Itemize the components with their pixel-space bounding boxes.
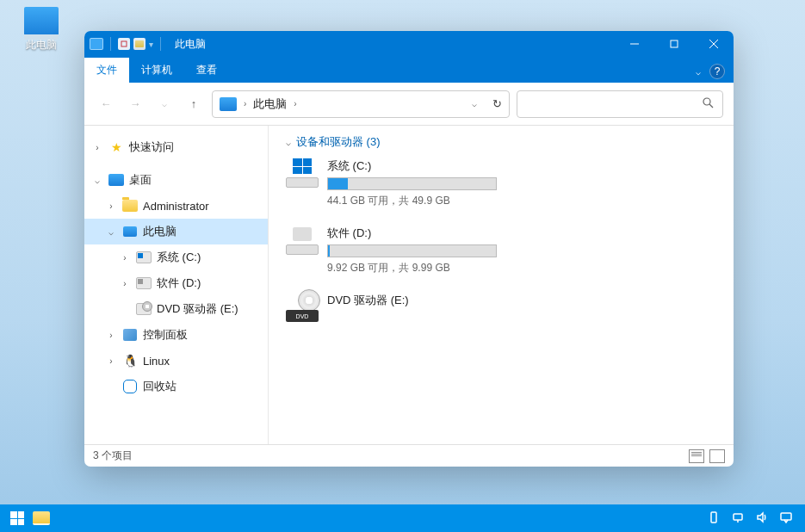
qat-dropdown[interactable]: ▾ (149, 40, 153, 49)
address-bar[interactable]: › 此电脑 › ⌵ ↻ (212, 90, 510, 118)
drive-item-c[interactable]: 系统 (C:) 44.1 GB 可用，共 49.9 GB (286, 158, 497, 208)
computer-icon (123, 226, 137, 237)
drive-usage-bar (327, 244, 497, 257)
section-header-label: 设备和驱动器 (3) (296, 134, 381, 150)
tray-action-center-icon[interactable] (779, 510, 793, 527)
start-button[interactable] (7, 508, 28, 529)
folder-icon (33, 511, 50, 525)
recycle-bin-icon (123, 380, 137, 393)
dvd-drive-icon: DVD (286, 293, 319, 322)
help-button[interactable]: ? (709, 64, 725, 79)
breadcrumb-separator: › (244, 99, 246, 108)
status-bar: 3 个项目 (84, 444, 734, 467)
tray-usb-icon[interactable] (707, 510, 721, 527)
qat-properties-button[interactable] (118, 38, 130, 50)
nav-back-button[interactable]: ← (95, 93, 117, 115)
maximize-button[interactable] (654, 31, 694, 57)
svg-rect-10 (781, 513, 791, 520)
drive-icon (136, 277, 152, 289)
nav-recent-dropdown[interactable]: ⌵ (153, 93, 176, 115)
chevron-right-icon: › (105, 201, 117, 211)
chevron-right-icon: › (105, 356, 117, 366)
file-explorer-window: ▾ 此电脑 文件 计算机 查看 ⌵ ? ← → ⌵ ↑ › 此电脑 › ⌵ ↻ (84, 31, 734, 467)
chevron-right-icon: › (119, 279, 131, 288)
system-tray (707, 510, 798, 527)
content-pane: ⌵ 设备和驱动器 (3) 系统 (C:) 44.1 GB 可用，共 (269, 126, 734, 444)
chevron-down-icon: ⌵ (286, 138, 291, 147)
drive-usage-bar (327, 177, 497, 190)
drive-item-d[interactable]: 软件 (D:) 9.92 GB 可用，共 9.99 GB (286, 226, 497, 275)
chevron-down-icon: ⌵ (91, 176, 103, 185)
view-details-button[interactable] (689, 449, 704, 463)
breadcrumb-separator: › (294, 99, 296, 108)
drive-usage-text: 9.92 GB 可用，共 9.99 GB (327, 261, 497, 275)
tray-volume-icon[interactable] (755, 510, 769, 527)
nav-drive-c[interactable]: › 系统 (C:) (84, 244, 268, 270)
section-header-devices[interactable]: ⌵ 设备和驱动器 (3) (286, 134, 716, 150)
refresh-button[interactable]: ↻ (492, 97, 502, 110)
drive-name: 软件 (D:) (327, 226, 497, 241)
nav-label: 桌面 (129, 172, 152, 188)
svg-rect-7 (711, 512, 716, 523)
svg-line-6 (709, 104, 713, 108)
titlebar: ▾ 此电脑 (84, 31, 734, 57)
folder-icon (122, 200, 138, 212)
computer-icon (24, 7, 59, 36)
nav-forward-button[interactable]: → (124, 93, 146, 115)
ribbon-tabs: 文件 计算机 查看 ⌵ ? (84, 57, 734, 83)
nav-control-panel[interactable]: › 控制面板 (84, 322, 268, 348)
chevron-down-icon: ⌵ (105, 227, 117, 237)
window-title: 此电脑 (170, 37, 206, 52)
chevron-right-icon: › (105, 331, 117, 340)
nav-desktop[interactable]: ⌵ 桌面 (84, 167, 268, 193)
desktop-shortcut-this-pc[interactable]: 此电脑 (15, 7, 67, 53)
nav-label: 快速访问 (129, 139, 174, 155)
ribbon-collapse-icon[interactable]: ⌵ (696, 67, 701, 77)
nav-administrator[interactable]: › Administrator (84, 193, 268, 219)
tab-computer[interactable]: 计算机 (129, 58, 184, 83)
svg-rect-0 (121, 41, 127, 46)
nav-linux[interactable]: › 🐧 Linux (84, 348, 268, 374)
linux-icon: 🐧 (122, 354, 138, 368)
nav-drive-d[interactable]: › 软件 (D:) (84, 270, 268, 296)
nav-label: 回收站 (143, 379, 176, 394)
tab-file[interactable]: 文件 (84, 58, 129, 83)
qat-new-folder-button[interactable] (133, 38, 146, 50)
close-button[interactable] (694, 31, 734, 57)
svg-rect-8 (734, 514, 742, 520)
control-panel-icon (123, 329, 137, 341)
desktop-icon (108, 174, 124, 186)
nav-recycle-bin[interactable]: › 回收站 (84, 374, 268, 399)
nav-label: Linux (143, 355, 170, 368)
tray-network-icon[interactable] (731, 510, 745, 527)
nav-up-button[interactable]: ↑ (183, 93, 205, 115)
drive-item-e[interactable]: DVD DVD 驱动器 (E:) (286, 293, 497, 325)
system-drive-icon (286, 158, 319, 188)
nav-label: Administrator (143, 200, 209, 213)
taskbar (0, 504, 805, 532)
dvd-drive-icon (136, 303, 152, 315)
svg-rect-2 (671, 40, 678, 47)
nav-quick-access[interactable]: › ★ 快速访问 (84, 134, 268, 160)
minimize-button[interactable] (615, 31, 654, 57)
search-icon (702, 96, 714, 111)
nav-this-pc[interactable]: ⌵ 此电脑 (84, 219, 268, 244)
window-icon (90, 38, 103, 50)
nav-label: 控制面板 (143, 327, 188, 343)
address-bar-row: ← → ⌵ ↑ › 此电脑 › ⌵ ↻ (84, 83, 734, 126)
desktop-shortcut-label: 此电脑 (15, 38, 67, 53)
drive-icon (286, 226, 319, 255)
view-large-icons-button[interactable] (709, 449, 725, 463)
computer-icon (220, 97, 237, 111)
tab-view[interactable]: 查看 (184, 58, 229, 83)
address-dropdown-icon[interactable]: ⌵ (472, 99, 477, 108)
drive-name: 系统 (C:) (327, 158, 497, 174)
chevron-right-icon: › (91, 143, 103, 152)
search-box[interactable] (517, 90, 723, 118)
nav-drive-e[interactable]: › DVD 驱动器 (E:) (84, 296, 268, 322)
nav-label: DVD 驱动器 (E:) (157, 301, 238, 317)
chevron-right-icon: › (119, 253, 131, 263)
taskbar-file-explorer[interactable] (31, 508, 52, 529)
drive-usage-text: 44.1 GB 可用，共 49.9 GB (327, 194, 497, 208)
breadcrumb-this-pc[interactable]: 此电脑 (253, 96, 287, 112)
